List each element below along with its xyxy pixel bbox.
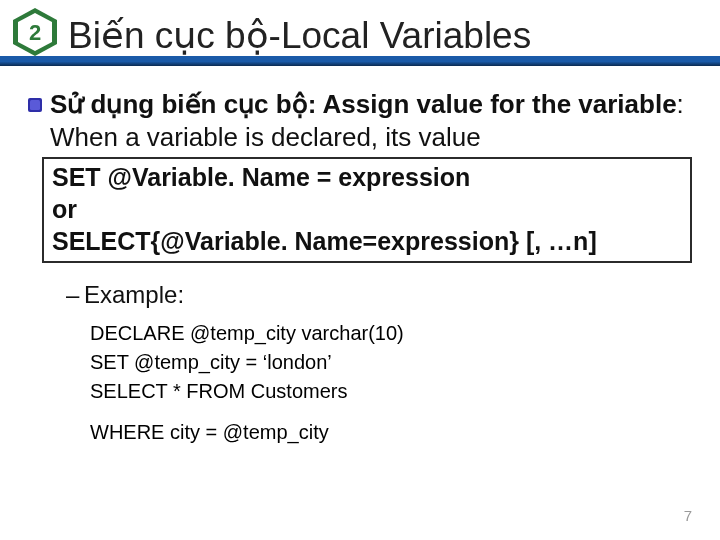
code-line-3: SELECT * FROM Customers bbox=[90, 377, 692, 406]
bullet-text: Sử dụng biến cục bộ: Assign value for th… bbox=[50, 88, 692, 153]
code-block: DECLARE @temp_city varchar(10) SET @temp… bbox=[90, 319, 692, 447]
main-bullet: Sử dụng biến cục bộ: Assign value for th… bbox=[28, 88, 692, 153]
example-label: Example: bbox=[66, 281, 692, 309]
sub-list: Example: bbox=[66, 281, 692, 309]
slide-content: Sử dụng biến cục bộ: Assign value for th… bbox=[0, 66, 720, 447]
code-line-4: WHERE city = @temp_city bbox=[90, 418, 692, 447]
syntax-box: SET @Variable. Name = expression or SELE… bbox=[42, 157, 692, 263]
badge-number: 2 bbox=[29, 20, 41, 45]
title-bar: 2 Biến cục bộ-Local Variables bbox=[0, 0, 720, 66]
slide-title: Biến cục bộ-Local Variables bbox=[68, 10, 531, 57]
badge-hexagon: 2 bbox=[13, 8, 57, 56]
title-underline bbox=[0, 56, 720, 66]
bullet-lead-bold: Sử dụng biến cục bộ: Assign value for th… bbox=[50, 89, 677, 119]
code-line-1: DECLARE @temp_city varchar(10) bbox=[90, 319, 692, 348]
svg-rect-3 bbox=[30, 100, 40, 110]
syntax-line-3: SELECT{@Variable. Name=expression} [, …n… bbox=[52, 225, 682, 257]
page-number: 7 bbox=[684, 507, 692, 524]
bullet-icon bbox=[28, 98, 42, 112]
syntax-line-2: or bbox=[52, 193, 682, 225]
syntax-line-1: SET @Variable. Name = expression bbox=[52, 161, 682, 193]
code-line-2: SET @temp_city = ‘london’ bbox=[90, 348, 692, 377]
